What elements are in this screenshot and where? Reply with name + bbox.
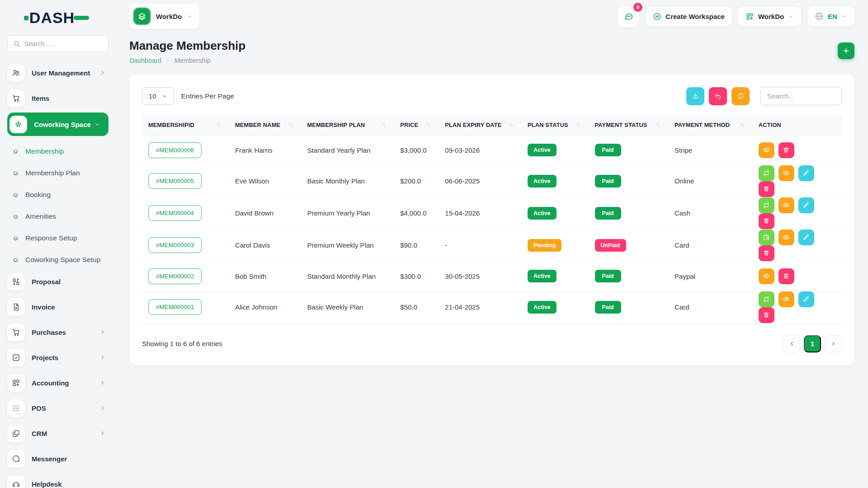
edit-button[interactable] xyxy=(798,165,814,181)
edit-button[interactable] xyxy=(798,291,814,307)
sidebar-item-user-management[interactable]: User Management xyxy=(7,62,108,84)
cell-membership-plan: Standard Yearly Plan xyxy=(301,135,394,165)
sidebar-item-label: Coworking Space xyxy=(34,121,91,128)
sidebar-item-messenger[interactable]: Messenger xyxy=(7,448,108,469)
column-header-payment-status[interactable]: PAYMENT STATUS xyxy=(589,115,668,135)
refresh-icon xyxy=(737,92,745,100)
delete-button[interactable] xyxy=(759,245,774,261)
previous-page-button[interactable] xyxy=(783,335,800,352)
membership-id-chip[interactable]: #MEM000002 xyxy=(148,268,202,284)
cell-actions xyxy=(752,291,842,323)
view-button[interactable] xyxy=(778,230,794,245)
cell-price: $200.0 xyxy=(394,165,439,197)
workspace-menu-button[interactable]: WorkDo xyxy=(738,7,801,26)
table-row: #MEM000005Eve WilsonBasic Monthly Plan$2… xyxy=(142,165,842,197)
sidebar-subitem-amenities[interactable]: Amenities xyxy=(7,206,108,227)
sidebar-item-purchases[interactable]: Purchases xyxy=(7,321,108,343)
membership-id-chip[interactable]: #MEM000001 xyxy=(148,299,202,315)
membership-id-chip[interactable]: #MEM000005 xyxy=(148,173,202,189)
membership-id-chip[interactable]: #MEM000004 xyxy=(148,205,202,221)
refresh-button[interactable] xyxy=(731,87,750,105)
sidebar-item-projects[interactable]: Projects xyxy=(7,347,108,368)
sidebar-item-label: Accounting xyxy=(32,379,69,387)
edit-button[interactable] xyxy=(798,197,814,213)
sidebar-subitem-label: Booking xyxy=(25,191,51,199)
column-header-membershipid[interactable]: MEMBERSHIPID xyxy=(142,115,229,135)
plan-status-badge: Pending xyxy=(528,239,561,252)
back-button[interactable] xyxy=(709,87,727,105)
entries-value: 10 xyxy=(149,92,156,100)
sidebar-item-pos[interactable]: POS xyxy=(7,397,108,419)
delete-button[interactable] xyxy=(759,181,774,197)
sidebar-subitem-response-setup[interactable]: Response Setup xyxy=(7,227,108,249)
sidebar-item-helpdesk[interactable]: Helpdesk xyxy=(7,473,108,488)
column-header-plan-expiry-date[interactable]: PLAN EXPIRY DATE xyxy=(439,115,521,135)
pos-icon xyxy=(7,399,25,417)
sidebar-item-proposal[interactable]: Proposal xyxy=(7,271,108,292)
delete-button[interactable] xyxy=(778,142,794,158)
messenger-button[interactable]: 0 xyxy=(618,6,639,27)
sidebar-item-invoice[interactable]: Invoice xyxy=(7,296,108,318)
view-button[interactable] xyxy=(778,291,794,307)
renew-button[interactable] xyxy=(759,291,774,307)
column-header-plan-status[interactable]: PLAN STATUS xyxy=(521,115,589,135)
column-header-price[interactable]: PRICE xyxy=(394,115,439,135)
sidebar-subitem-membership-plan[interactable]: Membership Plan xyxy=(7,162,108,184)
language-selector[interactable]: EN xyxy=(807,6,854,26)
view-button[interactable] xyxy=(778,165,794,181)
workspace-switcher[interactable]: WorkDo xyxy=(129,4,199,29)
cell-membership-plan: Basic Monthly Plan xyxy=(301,165,394,197)
cell-payment-method: Cash xyxy=(668,197,752,229)
next-page-button[interactable] xyxy=(825,335,842,352)
chat-bubble-icon xyxy=(624,12,633,21)
sidebar-search-input[interactable] xyxy=(24,40,103,47)
view-button[interactable] xyxy=(759,142,774,158)
eye-icon xyxy=(783,234,790,241)
membership-id-chip[interactable]: #MEM000003 xyxy=(148,237,202,253)
sidebar-item-accounting[interactable]: Accounting xyxy=(7,372,108,394)
column-header-payment-method[interactable]: PAYMENT METHOD xyxy=(668,115,752,135)
cell-payment-method: Card xyxy=(668,229,752,261)
entries-per-page-select[interactable]: 10 xyxy=(142,87,174,105)
sidebar-item-label: Invoice xyxy=(32,303,55,311)
bullet-icon xyxy=(14,258,18,262)
table-search-input[interactable] xyxy=(760,87,842,105)
sort-icon xyxy=(655,122,664,128)
sidebar-subitem-label: Membership Plan xyxy=(25,169,80,177)
cell-membership-id: #MEM000006 xyxy=(142,135,229,165)
sidebar-subitem-membership[interactable]: Membership xyxy=(7,141,108,162)
sidebar-search[interactable] xyxy=(7,35,108,52)
globe-icon xyxy=(815,12,824,21)
view-button[interactable] xyxy=(759,268,774,284)
delete-button[interactable] xyxy=(778,268,794,284)
edit-button[interactable] xyxy=(798,230,814,245)
sidebar-item-label: Purchases xyxy=(32,328,66,336)
delete-button[interactable] xyxy=(759,307,774,323)
sidebar-subitem-coworking-space-setup[interactable]: Coworking Space Setup xyxy=(7,249,108,271)
pay-button[interactable] xyxy=(759,230,774,245)
view-button[interactable] xyxy=(778,197,794,213)
page-header: Manage Membership Dashboard Membership xyxy=(129,39,854,64)
column-header-membership-plan[interactable]: MEMBERSHIP PLAN xyxy=(301,115,394,135)
sidebar-subitem-booking[interactable]: Booking xyxy=(7,184,108,206)
trash-icon xyxy=(783,146,790,154)
renew-button[interactable] xyxy=(759,197,774,213)
chevron-right-icon xyxy=(830,341,836,347)
delete-button[interactable] xyxy=(759,213,774,229)
column-header-member-name[interactable]: MEMBER NAME xyxy=(229,115,301,135)
cell-payment-status: Paid xyxy=(589,165,668,197)
sidebar-item-coworking-space[interactable]: Coworking Space xyxy=(7,113,108,136)
sidebar-item-items[interactable]: Items xyxy=(7,87,108,109)
breadcrumb-current: Membership xyxy=(175,57,211,64)
brand-logo[interactable]: DASH xyxy=(7,0,108,35)
cell-plan-status: Active xyxy=(521,291,589,323)
breadcrumb-dashboard-link[interactable]: Dashboard xyxy=(129,57,161,64)
sidebar-item-crm[interactable]: CRM xyxy=(7,422,108,444)
add-membership-button[interactable] xyxy=(838,42,854,59)
page-number-button[interactable]: 1 xyxy=(804,335,821,352)
create-workspace-button[interactable]: Create Workspace xyxy=(646,7,732,26)
export-button[interactable] xyxy=(686,87,704,105)
cell-payment-status: Paid xyxy=(589,261,668,291)
membership-id-chip[interactable]: #MEM000006 xyxy=(148,142,202,158)
renew-button[interactable] xyxy=(759,165,774,181)
